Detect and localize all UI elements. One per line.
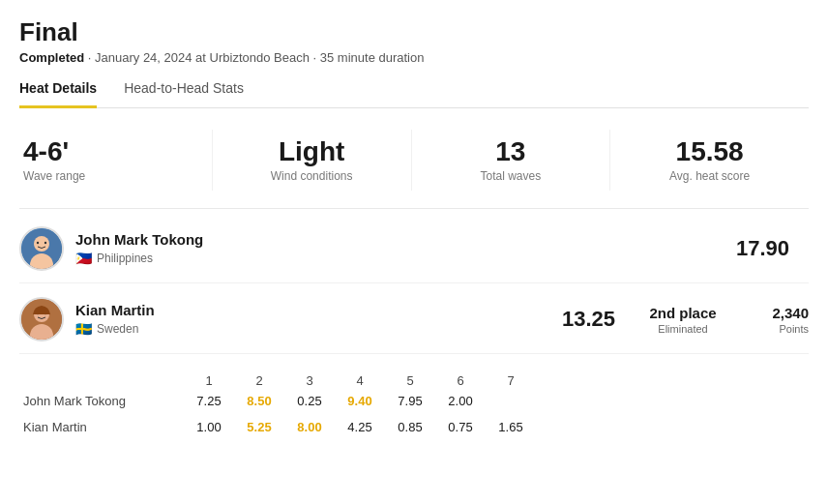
w1-s3: 0.25 <box>284 394 335 408</box>
athletes-list: John Mark Tokong 🇵🇭 Philippines 17.90 <box>19 213 809 354</box>
wave-col-7: 7 <box>486 373 536 388</box>
country-name-2: Sweden <box>97 322 138 336</box>
avatar-image-2 <box>21 299 62 340</box>
athlete-name-1: John Mark Tokong <box>75 231 203 248</box>
w2-s6: 0.75 <box>435 420 486 434</box>
stats-row: 4-6' Wave range Light Wind conditions 13… <box>19 130 809 192</box>
wave-col-6: 6 <box>435 373 486 388</box>
waves-label-1: John Mark Tokong <box>19 394 184 408</box>
flag-se: 🇸🇪 <box>75 321 92 337</box>
w2-s7: 1.65 <box>486 420 536 434</box>
w1-s4: 9.40 <box>335 394 385 408</box>
header-meta: · January 24, 2024 at Urbiztondo Beach ·… <box>88 50 425 65</box>
wave-range-value: 4-6' <box>23 137 202 167</box>
tab-bar: Heat Details Head-to-Head Stats <box>19 80 809 108</box>
athlete-points-2: 2,340 Points <box>731 305 809 335</box>
country-name-1: Philippines <box>97 252 153 265</box>
wave-col-4: 4 <box>335 373 385 388</box>
svg-point-4 <box>44 242 46 244</box>
waves-row-1: John Mark Tokong 7.25 8.50 0.25 9.40 7.9… <box>19 388 809 414</box>
stat-wave-range: 4-6' Wave range <box>19 130 213 192</box>
points-label-2: Points <box>731 323 809 335</box>
tab-head-to-head[interactable]: Head-to-Head Stats <box>124 80 244 108</box>
waves-row-2: Kian Martin 1.00 5.25 8.00 4.25 0.85 0.7… <box>19 414 809 440</box>
athlete-row-1: John Mark Tokong 🇵🇭 Philippines 17.90 <box>19 213 809 283</box>
wave-col-5: 5 <box>385 373 435 388</box>
waves-table: 1 2 3 4 5 6 7 John Mark Tokong 7.25 8.50… <box>19 373 809 440</box>
w2-s2: 5.25 <box>234 420 284 434</box>
athlete-row-2: Kian Martin 🇸🇪 Sweden 13.25 2nd place El… <box>19 283 809 354</box>
athlete-place-2: 2nd place Eliminated <box>635 305 731 335</box>
total-waves-label: Total waves <box>422 169 601 183</box>
svg-point-3 <box>37 242 39 244</box>
page-header: Final Completed · January 24, 2024 at Ur… <box>19 17 809 65</box>
wave-col-1: 1 <box>184 373 234 388</box>
w1-s6: 2.00 <box>435 394 486 408</box>
total-waves-value: 13 <box>422 137 601 167</box>
w1-s2: 8.50 <box>234 394 284 408</box>
flag-ph: 🇵🇭 <box>75 251 92 266</box>
svg-point-1 <box>34 236 49 252</box>
athlete-info-2: Kian Martin 🇸🇪 Sweden <box>75 302 155 337</box>
wave-range-label: Wave range <box>23 169 202 183</box>
tab-heat-details[interactable]: Heat Details <box>19 80 97 108</box>
avatar-image-1 <box>21 228 62 269</box>
avatar-1 <box>19 226 64 271</box>
athlete-info-1: John Mark Tokong 🇵🇭 Philippines <box>75 231 203 266</box>
w2-s4: 4.25 <box>335 420 385 434</box>
wind-value: Light <box>222 137 401 167</box>
header-subtitle: Completed · January 24, 2024 at Urbizton… <box>19 50 809 65</box>
stat-wind-conditions: Light Wind conditions <box>213 130 412 192</box>
wave-col-2: 2 <box>234 373 284 388</box>
waves-label-2: Kian Martin <box>19 420 184 434</box>
avg-score-value: 15.58 <box>620 137 799 167</box>
w2-s1: 1.00 <box>184 420 234 434</box>
athlete-country-1: 🇵🇭 Philippines <box>75 251 203 266</box>
waves-header-row: 1 2 3 4 5 6 7 <box>19 373 809 388</box>
stat-total-waves: 13 Total waves <box>412 130 611 192</box>
athlete-country-2: 🇸🇪 Sweden <box>75 321 155 337</box>
athlete-score-2: 13.25 <box>557 307 635 332</box>
w2-s5: 0.85 <box>385 420 435 434</box>
place-label-2: 2nd place <box>635 305 731 321</box>
divider-1 <box>19 208 809 209</box>
wave-col-3: 3 <box>284 373 335 388</box>
w2-s3: 8.00 <box>284 420 335 434</box>
w1-s5: 7.95 <box>385 394 435 408</box>
avg-score-label: Avg. heat score <box>620 169 799 183</box>
place-sub-2: Eliminated <box>635 323 731 335</box>
stat-avg-heat-score: 15.58 Avg. heat score <box>610 130 809 192</box>
athlete-name-2: Kian Martin <box>75 302 155 318</box>
athlete-score-1: 17.90 <box>731 236 809 261</box>
wind-label: Wind conditions <box>222 169 401 183</box>
w1-s1: 7.25 <box>184 394 234 408</box>
page-title: Final <box>19 17 809 47</box>
status-badge: Completed <box>19 50 84 65</box>
avatar-2 <box>19 297 64 341</box>
points-value-2: 2,340 <box>731 305 809 321</box>
